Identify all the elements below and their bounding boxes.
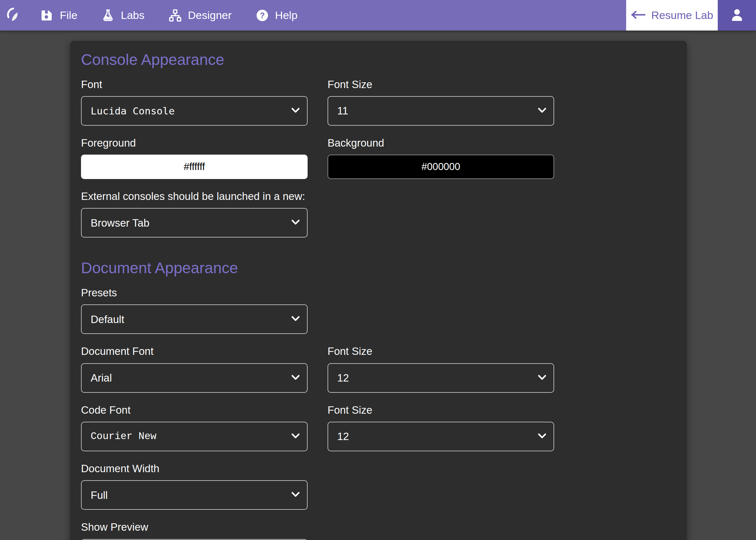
document-width-label: Document Width [81, 463, 308, 474]
help-icon: ? [256, 9, 269, 22]
sitemap-icon [169, 9, 182, 22]
show-preview-label: Show Preview [81, 521, 308, 533]
document-font-label: Document Font [81, 345, 308, 357]
resume-lab-button[interactable]: Resume Lab [626, 0, 718, 31]
nav-item-label: Help [275, 9, 298, 22]
svg-text:?: ? [260, 11, 265, 20]
code-font-field: Code Font Courier New [81, 404, 308, 451]
document-font-select[interactable]: Arial [81, 363, 308, 393]
brand-home-link[interactable] [0, 0, 28, 31]
code-font-size-field: Font Size 12 [327, 404, 554, 451]
console-font-select[interactable]: Lucida Console [81, 96, 308, 126]
show-preview-select[interactable]: Enabled [81, 539, 308, 540]
console-appearance-title: Console Appearance [81, 51, 676, 69]
console-foreground-field: Foreground [81, 137, 308, 179]
console-font-size-select[interactable]: 11 [327, 96, 554, 126]
app-viewport: File Labs Designer [0, 0, 756, 540]
top-navbar: File Labs Designer [0, 0, 756, 31]
console-font-size-label: Font Size [327, 79, 554, 90]
nav-item-help[interactable]: ? Help [244, 0, 310, 31]
left-arrow-icon [631, 9, 645, 22]
console-background-label: Background [327, 137, 554, 149]
code-font-size-label: Font Size [327, 404, 554, 416]
console-foreground-input[interactable] [81, 155, 308, 179]
document-appearance-title: Document Appearance [81, 259, 676, 277]
navbar-spacer [310, 0, 626, 31]
nav-item-file[interactable]: File [28, 0, 89, 31]
presets-field: Presets Default [81, 287, 308, 334]
show-preview-field: Show Preview Enabled [81, 521, 308, 540]
flask-icon [101, 9, 115, 22]
console-font-size-field: Font Size 11 [327, 79, 554, 126]
user-menu-button[interactable] [718, 0, 756, 31]
brand-logo-icon [5, 6, 22, 24]
document-width-select[interactable]: Full [81, 480, 308, 510]
nav-item-designer[interactable]: Designer [157, 0, 244, 31]
presets-select[interactable]: Default [81, 304, 308, 334]
nav-item-label: Labs [121, 9, 145, 22]
code-font-label: Code Font [81, 404, 308, 416]
nav-item-label: File [60, 9, 77, 22]
resume-lab-label: Resume Lab [651, 9, 713, 22]
external-console-field: External consoles should be launched in … [81, 191, 308, 237]
presets-label: Presets [81, 287, 308, 299]
save-icon [40, 9, 54, 22]
nav-item-label: Designer [188, 9, 232, 22]
external-console-label: External consoles should be launched in … [81, 191, 308, 202]
console-font-label: Font [81, 79, 308, 90]
console-background-field: Background [327, 137, 554, 179]
settings-card: Console Appearance Font Lucida Console F… [70, 41, 687, 540]
console-font-field: Font Lucida Console [81, 79, 308, 126]
document-font-size-label: Font Size [327, 345, 554, 357]
code-font-size-select[interactable]: 12 [327, 422, 554, 451]
code-font-select[interactable]: Courier New [81, 422, 308, 451]
document-font-field: Document Font Arial [81, 345, 308, 392]
console-foreground-label: Foreground [81, 137, 308, 149]
user-icon [729, 7, 745, 24]
external-console-select[interactable]: Browser Tab [81, 208, 308, 237]
document-font-size-field: Font Size 12 [327, 345, 554, 392]
document-font-size-select[interactable]: 12 [327, 363, 554, 393]
nav-item-labs[interactable]: Labs [89, 0, 157, 31]
document-width-field: Document Width Full [81, 463, 308, 510]
console-background-input[interactable] [327, 155, 554, 179]
